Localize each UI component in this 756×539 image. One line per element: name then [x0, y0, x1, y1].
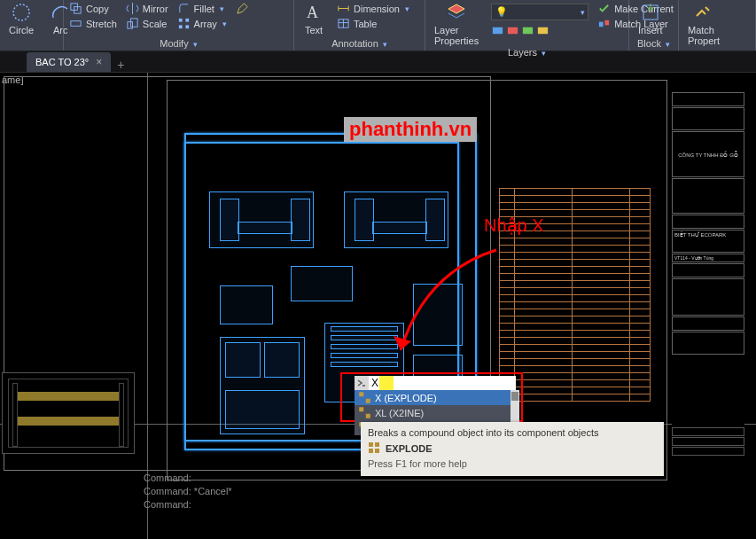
document-tabs: BAC TO 23° × +	[0, 51, 756, 73]
chevron-down-icon: ▾	[220, 4, 224, 13]
annotation-panel-label: Annotation ▾	[300, 37, 419, 51]
chevron-down-icon: ▾	[405, 4, 409, 13]
layer-tool-icon[interactable]	[521, 24, 534, 37]
insert-button[interactable]: Insert	[635, 2, 666, 35]
svg-rect-6	[178, 19, 182, 22]
svg-rect-22	[366, 414, 370, 418]
text-button[interactable]: A Text	[300, 2, 328, 35]
circle-label: Circle	[9, 25, 34, 35]
tooltip-title: EXPLODE	[386, 443, 433, 454]
svg-text:A: A	[307, 4, 318, 21]
circle-icon	[11, 2, 32, 23]
layer-tool-icon[interactable]	[536, 24, 549, 37]
svg-rect-28	[375, 449, 379, 453]
svg-rect-8	[178, 25, 182, 28]
svg-rect-4	[128, 22, 133, 29]
circle-button[interactable]: Circle	[5, 2, 37, 35]
command-tooltip: Breaks a compound object into its compon…	[361, 422, 664, 476]
ribbon: Circle Arc Copy Stretch Mirror Scale Fil…	[0, 0, 756, 51]
svg-rect-17	[605, 20, 610, 26]
chevron-down-icon: ▾	[222, 20, 227, 28]
history-line: Command:	[144, 472, 339, 485]
stretch-button[interactable]: Stretch	[69, 17, 117, 30]
svg-rect-19	[359, 392, 363, 396]
layer-tool-icon[interactable]	[491, 24, 504, 37]
scale-button[interactable]: Scale	[126, 17, 168, 30]
command-icon	[358, 406, 371, 419]
copy-icon	[69, 2, 82, 15]
text-icon: A	[303, 2, 324, 23]
modify-panel-label: Modify ▾	[69, 37, 288, 51]
scale-icon	[126, 17, 139, 30]
svg-rect-26	[375, 442, 379, 447]
dimension-icon	[337, 2, 350, 15]
match-layer-icon	[597, 17, 611, 30]
svg-rect-14	[523, 27, 533, 35]
match-icon	[693, 2, 714, 23]
modify-more-button[interactable]	[236, 2, 249, 15]
autocomplete-item[interactable]: XL (X2INE)	[355, 405, 519, 420]
svg-rect-21	[359, 407, 363, 411]
close-icon[interactable]: ×	[96, 56, 102, 68]
table-icon	[337, 17, 350, 30]
dimension-button[interactable]: Dimension▾	[337, 2, 409, 15]
mirror-button[interactable]: Mirror	[126, 2, 168, 15]
svg-rect-20	[366, 399, 370, 403]
watermark-text: phanthinh.vn	[344, 117, 477, 142]
table-button[interactable]: Table	[337, 17, 409, 30]
model-space[interactable]: ame] CÔNG TY TNHH ĐỒ GỖ	[0, 73, 756, 539]
make-current-icon	[597, 2, 611, 15]
svg-rect-9	[185, 25, 189, 28]
history-line: Command:	[144, 498, 339, 512]
array-button[interactable]: Array▾	[177, 17, 227, 30]
svg-rect-3	[71, 21, 81, 27]
svg-rect-7	[185, 19, 189, 22]
array-icon	[177, 17, 191, 30]
copy-button[interactable]: Copy	[69, 2, 117, 15]
svg-rect-5	[130, 19, 137, 27]
fillet-button[interactable]: Fillet▾	[177, 2, 227, 15]
dynamic-input[interactable]	[355, 376, 516, 390]
svg-rect-13	[508, 27, 518, 35]
block-panel-label: Block ▾	[635, 37, 673, 51]
layers-panel-label: Layers ▾	[431, 46, 623, 59]
layers-icon	[446, 2, 467, 23]
tab-active[interactable]: BAC TO 23° ×	[27, 52, 111, 72]
mirror-icon	[126, 2, 139, 15]
svg-rect-12	[493, 27, 503, 35]
layer-properties-button[interactable]: Layer Properties	[431, 2, 482, 46]
svg-point-0	[13, 4, 29, 20]
svg-rect-25	[369, 442, 373, 447]
tooltip-help: Press F1 for more help	[368, 458, 657, 469]
svg-rect-16	[599, 22, 604, 27]
fillet-icon	[177, 2, 191, 15]
secondary-drawing[interactable]	[2, 372, 135, 454]
pencil-icon	[236, 2, 249, 15]
history-line: Command: *Cancel*	[144, 485, 339, 498]
stretch-icon	[69, 17, 82, 30]
tab-title: BAC TO 23°	[35, 57, 89, 67]
titleblock: CÔNG TY TNHH ĐỒ GỖ BIỆT THỰ ECOPARK VT11…	[672, 92, 744, 482]
autocomplete-item[interactable]: X (EXPLODE)	[355, 390, 519, 405]
layer-dropdown[interactable]: 💡▾	[491, 4, 588, 20]
svg-rect-27	[369, 449, 373, 453]
tooltip-description: Breaks a compound object into its compon…	[368, 427, 657, 438]
command-prompt-icon	[355, 376, 369, 390]
insert-icon	[640, 2, 661, 23]
annotation-label: Nhập X	[484, 215, 544, 236]
command-history: Command:Command: *Cancel*Command:	[144, 472, 339, 512]
layer-tool-icon[interactable]	[506, 24, 519, 37]
explode-icon	[368, 441, 380, 456]
new-tab-button[interactable]: +	[111, 58, 130, 72]
bulb-icon: 💡	[495, 5, 508, 19]
command-icon	[358, 391, 371, 404]
svg-rect-15	[538, 27, 548, 35]
match-properties-button[interactable]: Match Propert	[684, 2, 723, 46]
